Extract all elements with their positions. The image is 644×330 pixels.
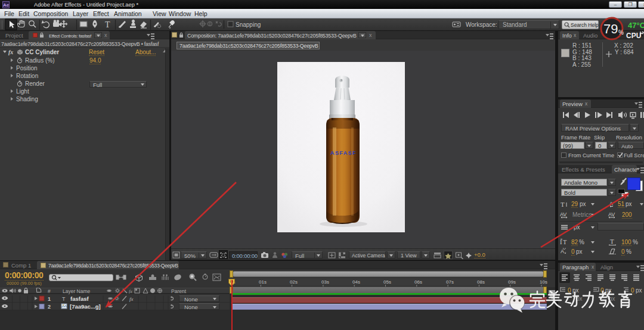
svg-text:T: T bbox=[563, 239, 567, 245]
svg-text:[7aa9ac...g]: [7aa9ac...g] bbox=[70, 303, 101, 310]
svg-text:fasfasf: fasfasf bbox=[70, 295, 89, 302]
svg-text:T: T bbox=[610, 238, 614, 245]
svg-text:T: T bbox=[561, 201, 565, 208]
svg-text:Snapping: Snapping bbox=[236, 21, 261, 28]
svg-text:fx: fx bbox=[129, 296, 134, 302]
svg-text:1: 1 bbox=[48, 296, 51, 302]
svg-text:fx: fx bbox=[129, 289, 132, 294]
svg-text:A: A bbox=[609, 201, 613, 207]
svg-text:#: # bbox=[48, 288, 51, 294]
svg-text:I: I bbox=[560, 239, 562, 245]
svg-text:AV: AV bbox=[560, 211, 566, 217]
svg-text:Workspace:: Workspace: bbox=[466, 21, 497, 28]
svg-text:T: T bbox=[105, 20, 110, 29]
svg-text:AV: AV bbox=[608, 211, 615, 217]
svg-text:T: T bbox=[62, 296, 66, 302]
svg-text:2: 2 bbox=[48, 304, 51, 310]
svg-text:ASFASF: ASFASF bbox=[330, 150, 357, 156]
